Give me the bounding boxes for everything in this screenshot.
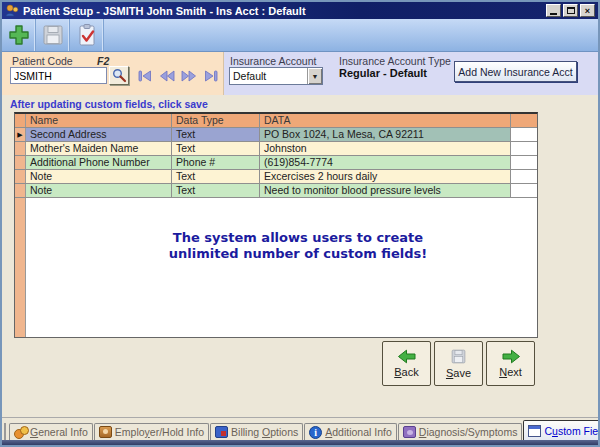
tab-label: Billing Options xyxy=(231,426,298,438)
label-segment: ack xyxy=(402,366,419,378)
cell-data[interactable]: Johnston xyxy=(260,142,511,155)
add-record-button[interactable] xyxy=(4,21,34,49)
validate-button[interactable] xyxy=(72,21,102,49)
app-icon xyxy=(5,4,19,17)
label-segment: iagnosis/Symptoms xyxy=(426,426,517,438)
column-header-name[interactable]: Name xyxy=(26,114,172,127)
search-icon xyxy=(112,68,127,83)
cell-data[interactable]: (619)854-7774 xyxy=(260,156,511,169)
action-button-row: Back Save Next xyxy=(382,341,535,386)
tab-label: Diagnosis/Symptoms xyxy=(419,426,518,438)
next-record-button[interactable] xyxy=(180,69,197,82)
insurance-account-value: Default xyxy=(230,70,307,82)
patient-code-input[interactable] xyxy=(10,67,107,84)
promo-message: The system allows users to create unlimi… xyxy=(15,230,537,262)
tab-billing-options[interactable]: Billing Options xyxy=(210,423,303,440)
content-area: Name Data Type DATA ▶ Second Address Tex… xyxy=(2,112,598,417)
grid-header-row: Name Data Type DATA xyxy=(15,114,537,128)
window-title: Patient Setup - JSMITH John Smith - Ins … xyxy=(23,5,306,17)
cell-name[interactable]: Second Address xyxy=(26,128,172,141)
cell-name[interactable]: Note xyxy=(26,170,172,183)
table-row[interactable]: Note Text Need to monitor blood pressure… xyxy=(15,184,537,198)
cell-name[interactable]: Additional Phone Number xyxy=(26,156,172,169)
table-row[interactable]: Mother's Maiden Name Text Johnston xyxy=(15,142,537,156)
cell-name[interactable]: Note xyxy=(26,184,172,197)
tab-label: General Info xyxy=(30,426,88,438)
cell-name[interactable]: Mother's Maiden Name xyxy=(26,142,172,155)
first-record-icon xyxy=(137,70,153,82)
cell-data-type[interactable]: Text xyxy=(172,128,260,141)
title-bar: Patient Setup - JSMITH John Smith - Ins … xyxy=(2,2,598,19)
column-header-data[interactable]: DATA xyxy=(260,114,511,127)
close-button[interactable]: × xyxy=(580,4,595,17)
custom-fields-icon xyxy=(528,425,541,437)
row-selector[interactable] xyxy=(15,184,26,197)
cell-data-type[interactable]: Phone # xyxy=(172,156,260,169)
cell-data-type[interactable]: Text xyxy=(172,184,260,197)
chevron-down-icon[interactable]: ▼ xyxy=(307,68,322,84)
add-record-icon xyxy=(7,23,31,47)
status-message: After updating custom fields, click save xyxy=(2,95,598,112)
info-icon xyxy=(309,426,322,439)
toolbar-cell xyxy=(2,19,36,51)
label-segment: Emplo xyxy=(115,426,145,438)
insurance-account-label: Insurance Account xyxy=(230,55,316,67)
tab-label: Additional Info xyxy=(325,426,392,438)
f2-shortcut-label: F2 xyxy=(97,55,109,67)
diagnosis-icon xyxy=(403,426,416,438)
next-arrow-icon xyxy=(501,349,521,364)
row-selector[interactable] xyxy=(15,142,26,155)
promo-message-line2: unlimited number of custom fields! xyxy=(59,246,537,262)
insurance-type-value: Regular - Default xyxy=(339,67,427,79)
tab-custom-fields[interactable]: Custom Fields xyxy=(523,420,600,440)
back-button[interactable]: Back xyxy=(382,341,431,386)
row-selector[interactable] xyxy=(15,156,26,169)
tab-general-info[interactable]: General Info xyxy=(9,423,93,440)
next-button[interactable]: Next xyxy=(486,341,535,386)
last-record-icon xyxy=(203,70,219,82)
patient-search-button[interactable] xyxy=(109,66,129,85)
label-segment: ave xyxy=(453,367,471,379)
tab-employer-hold-info[interactable]: Employer/Hold Info xyxy=(94,423,209,440)
label-segment: ext xyxy=(507,366,522,378)
table-row[interactable]: Note Text Excercises 2 hours daily xyxy=(15,170,537,184)
label-segment: Billing xyxy=(231,426,262,438)
label-segment: eneral Info xyxy=(38,426,88,438)
maximize-button[interactable] xyxy=(563,4,578,17)
add-new-insurance-button[interactable]: Add New Insurance Acct xyxy=(454,61,577,82)
people-icon xyxy=(14,426,27,438)
tab-diagnosis-symptoms[interactable]: Diagnosis/Symptoms xyxy=(398,423,523,440)
previous-record-button[interactable] xyxy=(158,69,175,82)
minimize-button[interactable] xyxy=(546,4,561,17)
table-row[interactable]: Additional Phone Number Phone # (619)854… xyxy=(15,156,537,170)
tab-label: Custom Fields xyxy=(544,425,600,437)
cell-data[interactable]: Excercises 2 hours daily xyxy=(260,170,511,183)
row-selector[interactable] xyxy=(15,170,26,183)
toolbar-cell xyxy=(70,19,104,51)
table-row[interactable]: ▶ Second Address Text PO Box 1024, La Me… xyxy=(15,128,537,142)
main-toolbar xyxy=(2,19,598,52)
save-record-button[interactable] xyxy=(38,21,68,49)
tab-additional-info[interactable]: Additional Info xyxy=(304,423,397,440)
minimize-icon xyxy=(550,13,557,15)
label-segment: er/Hold Info xyxy=(150,426,204,438)
next-button-label: Next xyxy=(499,366,522,378)
cell-data-type[interactable]: Text xyxy=(172,170,260,183)
maximize-icon xyxy=(567,7,575,14)
tab-strip-notch xyxy=(4,423,6,440)
column-header-data-type[interactable]: Data Type xyxy=(172,114,260,127)
save-button-label: Save xyxy=(446,367,471,379)
label-segment: C xyxy=(544,425,552,437)
selected-row-indicator-icon[interactable]: ▶ xyxy=(15,128,26,141)
first-record-button[interactable] xyxy=(136,69,153,82)
previous-record-icon xyxy=(159,70,175,82)
save-button[interactable]: Save xyxy=(434,341,483,386)
insurance-account-dropdown[interactable]: Default ▼ xyxy=(229,67,323,85)
header-panels: Patient Code F2 Insurance Account Defaul… xyxy=(2,52,598,95)
last-record-button[interactable] xyxy=(202,69,219,82)
insurance-panel: Insurance Account Default ▼ Insurance Ac… xyxy=(224,52,598,95)
cell-data-type[interactable]: Text xyxy=(172,142,260,155)
cell-data[interactable]: Need to monitor blood pressure levels xyxy=(260,184,511,197)
cell-data[interactable]: PO Box 1024, La Mesa, CA 92211 xyxy=(260,128,511,141)
patient-setup-window: Patient Setup - JSMITH John Smith - Ins … xyxy=(0,0,600,447)
